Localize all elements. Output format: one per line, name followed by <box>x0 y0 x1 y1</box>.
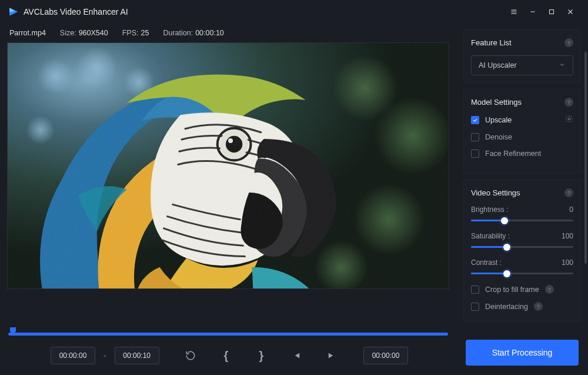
sidebar-scrollbar[interactable] <box>584 52 587 264</box>
help-icon[interactable]: ? <box>564 98 573 107</box>
menu-button[interactable] <box>505 2 523 21</box>
checkbox-label: Denoise <box>485 133 573 141</box>
help-icon[interactable]: ? <box>564 188 573 197</box>
close-button[interactable] <box>561 2 580 21</box>
chevron-down-icon <box>559 61 566 70</box>
video-settings-title: Video Settings <box>471 188 520 197</box>
video-settings-panel: Video Settings ? Brightness :0Saturabili… <box>463 180 581 322</box>
timeline-track[interactable] <box>8 333 448 336</box>
current-time-timebox[interactable]: 00:00:00 <box>363 347 408 364</box>
model-option-upscale[interactable]: Upscale <box>471 115 573 125</box>
next-frame-icon[interactable] <box>321 345 342 366</box>
video-preview[interactable] <box>7 42 449 289</box>
app-title: AVCLabs Video Enhancer AI <box>24 7 128 16</box>
feature-list-panel: Feature List ? AI Upscaler <box>463 29 581 83</box>
main-area: Parrot.mp4 Size:960X540 FPS:25 Duration:… <box>0 24 456 375</box>
slider-label: Contrast : <box>471 258 502 267</box>
gear-icon[interactable] <box>565 115 573 125</box>
slider-thumb[interactable] <box>503 270 510 277</box>
svg-point-21 <box>568 118 570 120</box>
checkbox-label: Crop to fill frame <box>485 286 539 294</box>
slider-track[interactable] <box>471 246 573 248</box>
maximize-button[interactable] <box>542 2 561 21</box>
checkbox[interactable] <box>471 303 479 311</box>
slider-value: 100 <box>562 232 573 240</box>
transport-bar: 00:00:00 - 00:00:10 { } 00:00:00 <box>7 341 449 370</box>
slider-label: Brightness : <box>471 205 508 214</box>
model-option-denoise[interactable]: Denoise <box>471 133 573 141</box>
in-point-timebox[interactable]: 00:00:00 <box>51 347 95 364</box>
svg-rect-20 <box>8 43 449 288</box>
slider-thumb[interactable] <box>501 217 508 224</box>
playhead-marker[interactable] <box>9 327 16 337</box>
out-point-timebox[interactable]: 00:00:10 <box>115 347 159 364</box>
minimize-button[interactable] <box>523 2 542 21</box>
titlebar: AVCLabs Video Enhancer AI <box>0 0 588 24</box>
svg-rect-4 <box>550 10 554 14</box>
checkbox[interactable] <box>471 133 479 141</box>
duration-info: Duration:00:00:10 <box>163 29 223 37</box>
toggle-crop-to-fill-frame[interactable]: Crop to fill frame? <box>471 285 573 294</box>
toggle-deinterlacing[interactable]: Deinterlacing? <box>471 302 573 311</box>
help-icon[interactable]: ? <box>534 302 543 311</box>
model-settings-panel: Model Settings ? UpscaleDenoiseFace Refi… <box>463 89 581 174</box>
feature-dropdown-value: AI Upscaler <box>479 61 517 69</box>
checkbox[interactable] <box>471 116 479 124</box>
help-icon[interactable]: ? <box>545 285 554 294</box>
slider-thumb[interactable] <box>503 244 510 251</box>
app-logo <box>8 6 19 17</box>
set-out-bracket-icon[interactable]: } <box>250 345 272 366</box>
slider-value: 0 <box>569 205 573 214</box>
feature-list-title: Feature List <box>471 38 512 47</box>
filename: Parrot.mp4 <box>9 29 46 37</box>
start-processing-button[interactable]: Start Processing <box>466 340 579 366</box>
size-info: Size:960X540 <box>60 29 108 37</box>
checkbox-label: Upscale <box>485 116 559 124</box>
model-option-face-refinement[interactable]: Face Refinement <box>471 150 573 158</box>
slider-saturability: Saturability :100 <box>471 232 573 248</box>
slider-track[interactable] <box>471 220 573 221</box>
start-processing-label: Start Processing <box>492 348 553 357</box>
help-icon[interactable]: ? <box>564 38 573 47</box>
slider-label: Saturability : <box>471 232 510 240</box>
range-dash: - <box>103 351 106 360</box>
set-in-bracket-icon[interactable]: { <box>215 345 236 366</box>
prev-frame-icon[interactable] <box>286 345 307 366</box>
feature-dropdown[interactable]: AI Upscaler <box>471 55 573 75</box>
checkbox[interactable] <box>471 150 479 158</box>
slider-brightness: Brightness :0 <box>471 205 573 221</box>
slider-contrast: Contrast :100 <box>471 258 573 274</box>
model-settings-title: Model Settings <box>471 98 522 107</box>
fps-info: FPS:25 <box>122 29 149 37</box>
checkbox-label: Face Refinement <box>485 150 573 158</box>
slider-value: 100 <box>562 258 573 267</box>
loop-icon[interactable] <box>180 345 201 366</box>
timeline[interactable] <box>8 329 448 337</box>
slider-track[interactable] <box>471 273 573 274</box>
checkbox[interactable] <box>471 286 479 294</box>
sidebar: Feature List ? AI Upscaler Model Setting… <box>456 24 588 375</box>
video-info-bar: Parrot.mp4 Size:960X540 FPS:25 Duration:… <box>7 24 449 42</box>
checkbox-label: Deinterlacing <box>485 303 528 311</box>
